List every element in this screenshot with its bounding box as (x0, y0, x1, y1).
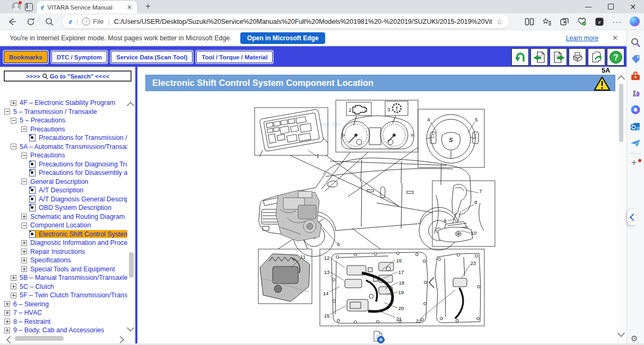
copilot-icon[interactable] (630, 16, 640, 26)
tree-item[interactable]: 5A – Automatic Transmission/Transaxle (1, 143, 127, 152)
outlook-icon[interactable] (630, 121, 641, 132)
expand-icon[interactable] (4, 301, 10, 307)
expand-icon[interactable] (21, 266, 27, 272)
minimize-button[interactable]: — (577, 0, 599, 13)
expand-icon[interactable] (21, 258, 27, 263)
expand-icon[interactable] (4, 310, 10, 316)
tree-item[interactable]: 7 – HVAC (1, 308, 127, 317)
tree-vertical-scrollbar[interactable] (129, 252, 134, 278)
microsoft365-icon[interactable] (630, 104, 641, 115)
export-page-button[interactable] (588, 48, 605, 66)
tree-item[interactable]: 5B – Manual Transmission/Transaxle (1, 273, 127, 282)
help-button[interactable]: ? (607, 48, 624, 66)
ie-mode-indicator-icon[interactable]: e (595, 17, 604, 26)
tree-horizontal-scrollbar[interactable] (15, 336, 64, 341)
new-tab-button[interactable]: + (142, 1, 154, 12)
tab-close-icon[interactable]: ✕ (126, 4, 133, 11)
tree-item[interactable]: Diagnostic Information and Procedures (1, 238, 127, 247)
warning-icon[interactable] (593, 76, 611, 92)
toolbar-tab[interactable]: DTC / Symptom (51, 51, 108, 63)
content-scroll-down-icon[interactable] (617, 330, 625, 337)
tree-item[interactable]: Component Location (1, 221, 127, 230)
site-info-icon[interactable]: i (82, 17, 90, 25)
tree-item[interactable]: 8 – Restraint (1, 317, 127, 326)
favorite-star-icon[interactable]: ☆ (496, 17, 503, 26)
tree-item[interactable]: 5C – Clutch (1, 282, 127, 291)
expand-icon[interactable] (11, 100, 16, 106)
tree-item[interactable]: 9 – Body, Cab and Accessories (1, 326, 127, 335)
tree-item[interactable]: Precautions (1, 151, 127, 160)
content-scroll-up-icon[interactable] (617, 75, 625, 83)
tree-item[interactable]: Precautions (1, 125, 127, 134)
expand-icon[interactable] (4, 319, 10, 324)
more-menu-icon[interactable]: ··· (612, 17, 622, 26)
maximize-button[interactable] (599, 0, 622, 13)
next-page-button[interactable] (550, 48, 567, 66)
tree-item[interactable]: Precautions for Transmission / Transaxle (1, 134, 127, 143)
expand-icon[interactable] (21, 249, 27, 254)
content-scrollbar[interactable] (616, 67, 626, 343)
toolbar-tab[interactable]: Tool / Torque / Material (196, 51, 273, 63)
tree-scroll-down-icon[interactable] (127, 324, 134, 332)
search-icon[interactable] (630, 37, 641, 48)
refresh-icon[interactable] (26, 17, 36, 26)
tree-item[interactable]: Specifications (1, 256, 127, 265)
tree-item[interactable]: Precautions for Diagnosing Trouble (1, 160, 127, 169)
tab-actions-icon[interactable] (25, 3, 33, 11)
tree-item[interactable]: 5 – Transmission / Transaxle (1, 108, 127, 117)
tree-item[interactable]: Special Tools and Equipment (1, 265, 127, 274)
tree-item[interactable]: OBD System Description (1, 204, 127, 213)
settings-gear-icon[interactable]: ⚙ (631, 334, 638, 343)
collapse-panel-button[interactable] (627, 209, 636, 225)
learn-more-link[interactable]: Learn more (566, 34, 598, 42)
tree-item[interactable]: 5F – Twin Clutch Transmission/Transaxle (1, 291, 127, 300)
print-button[interactable] (569, 48, 586, 66)
drop-icon[interactable] (630, 138, 641, 148)
enlarge-image-icon[interactable] (374, 331, 385, 343)
tree-item[interactable]: Schematic and Routing Diagram (1, 213, 127, 222)
expand-icon[interactable] (4, 328, 10, 333)
collections-icon[interactable] (560, 17, 569, 26)
expand-icon[interactable] (11, 284, 16, 289)
games-icon[interactable] (630, 87, 641, 98)
open-in-edge-button[interactable]: Open in Microsoft Edge (240, 32, 326, 44)
collapse-icon[interactable] (11, 118, 16, 123)
collapse-icon[interactable] (21, 223, 27, 228)
add-sidebar-app-icon[interactable]: + (631, 157, 637, 168)
tools-icon[interactable] (630, 71, 641, 82)
expand-icon[interactable] (11, 275, 16, 281)
expand-icon[interactable] (21, 214, 27, 219)
browser-tab[interactable]: e VITARA Service Manual ✕ (37, 1, 137, 13)
tree-item[interactable]: 5 – Precautions (1, 116, 127, 125)
collapse-icon[interactable] (21, 126, 27, 132)
collapse-icon[interactable] (4, 109, 10, 114)
tree-item[interactable]: 4F – Electronic Stability Program (1, 99, 127, 108)
search-icon[interactable] (45, 17, 54, 26)
back-icon[interactable] (7, 17, 17, 26)
search-box[interactable]: >>>> Go to "Search" <<<< (4, 70, 132, 82)
url-field[interactable]: e | i File | C:/Users/USER/Desktop/Suzuk… (63, 15, 509, 28)
collapse-icon[interactable] (11, 144, 16, 149)
split-screen-icon[interactable] (525, 17, 534, 26)
tree-item[interactable]: Electronic Shift Control System C (1, 230, 127, 239)
toolbar-tab[interactable]: Bookmarks (4, 51, 48, 63)
tree-item[interactable]: A/T Description (1, 186, 127, 195)
previous-page-button[interactable] (530, 48, 548, 66)
toolbar-tab[interactable]: Service Data (Scan Tool) (111, 51, 193, 63)
back-button[interactable] (511, 48, 529, 66)
collapse-icon[interactable] (21, 153, 27, 158)
favorites-icon[interactable] (542, 17, 552, 26)
close-button[interactable]: ✕ (622, 0, 644, 13)
shopping-icon[interactable] (630, 54, 641, 65)
tree-item[interactable]: Precautions for Disassembly and (1, 169, 127, 178)
browser-essentials-icon[interactable] (577, 17, 587, 26)
expand-icon[interactable] (11, 293, 16, 298)
tree-item[interactable]: Repair Instructions (1, 247, 127, 256)
expand-icon[interactable] (21, 240, 27, 246)
collapse-icon[interactable] (21, 179, 27, 184)
banner-close-icon[interactable]: ✕ (612, 34, 618, 42)
tree-scroll-up-icon[interactable] (127, 102, 134, 109)
content-scrollbar-thumb[interactable] (619, 84, 623, 142)
tree-item[interactable]: A/T Diagnosis General Description (1, 195, 127, 204)
tree-item[interactable]: General Description (1, 178, 127, 187)
